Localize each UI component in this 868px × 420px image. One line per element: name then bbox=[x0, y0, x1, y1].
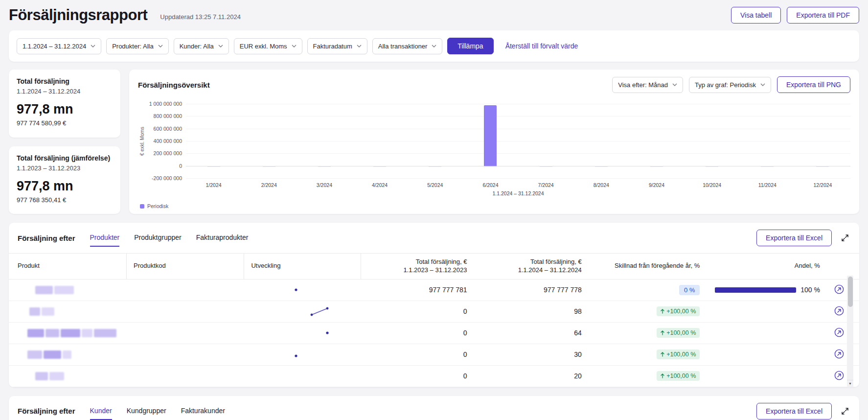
col-andel[interactable]: Andel, % bbox=[707, 254, 827, 280]
tab-produkter[interactable]: Produkter bbox=[90, 233, 120, 247]
customers-filter-dropdown[interactable]: Kunder: Alla bbox=[174, 38, 229, 54]
product-name-redacted bbox=[9, 365, 126, 387]
diff-cell: +100,00 % bbox=[589, 301, 707, 322]
open-row-icon[interactable] bbox=[834, 349, 845, 359]
export-png-button[interactable]: Exportera till PNG bbox=[777, 76, 850, 93]
reset-defaults-link[interactable]: Återställ till förvalt värde bbox=[505, 42, 578, 50]
transactions-dropdown[interactable]: Alla transaktioner bbox=[372, 38, 442, 54]
section-title: Försäljning efter bbox=[18, 234, 75, 242]
table-scrollbar[interactable]: ▼ bbox=[847, 276, 853, 387]
expand-icon[interactable] bbox=[840, 233, 850, 243]
product-code bbox=[126, 301, 244, 322]
bar-slot bbox=[518, 104, 573, 178]
chevron-down-icon bbox=[432, 45, 436, 47]
show-table-button[interactable]: Visa tabell bbox=[731, 7, 781, 23]
tab-produktgrupper[interactable]: Produktgrupper bbox=[134, 233, 182, 247]
products-section-header: Försäljning efter Produkter Produktgrupp… bbox=[9, 230, 859, 246]
scrollbar-thumb[interactable] bbox=[848, 277, 853, 307]
table-row[interactable]: 0 30 +100,00 % bbox=[9, 344, 859, 365]
share-cell bbox=[707, 365, 827, 387]
scrollbar-down-icon[interactable]: ▼ bbox=[847, 380, 853, 387]
product-code bbox=[126, 322, 244, 344]
sales-by-products-panel: Försäljning efter Produkter Produktgrupp… bbox=[9, 223, 859, 387]
tab-kunder[interactable]: Kunder bbox=[90, 407, 112, 420]
products-tabs: Produkter Produktgrupper Fakturaprodukte… bbox=[90, 233, 249, 242]
chevron-down-icon bbox=[672, 83, 677, 86]
table-row[interactable]: 0 98 +100,00 % bbox=[9, 301, 859, 322]
kpi-detail: 977 774 580,99 € bbox=[17, 119, 113, 127]
diff-cell: +100,00 % bbox=[589, 365, 707, 387]
open-row-icon[interactable] bbox=[834, 327, 845, 338]
product-code bbox=[126, 279, 244, 301]
col-total-prev-line2: 1.1.2023 – 31.12.2023 bbox=[368, 266, 467, 275]
chart-x-axis-title: 1.1.2024 – 31.12.2024 bbox=[186, 190, 850, 196]
x-tick-label: 9/2024 bbox=[629, 182, 684, 188]
customers-section-header: Försäljning efter Kunder Kundgrupper Fak… bbox=[9, 403, 859, 420]
export-excel-button[interactable]: Exportera till Excel bbox=[756, 403, 832, 420]
transactions-value: Alla transaktioner bbox=[378, 43, 427, 50]
products-filter-value: Produkter: Alla bbox=[112, 43, 154, 50]
diff-cell: 0 % bbox=[589, 279, 707, 301]
export-pdf-button[interactable]: Exportera till PDF bbox=[787, 7, 859, 23]
x-tick-label: 5/2024 bbox=[408, 182, 463, 188]
col-total-prev[interactable]: Total försäljning, € 1.1.2023 – 31.12.20… bbox=[361, 254, 474, 280]
legend-swatch bbox=[140, 204, 144, 209]
chart-header: Försäljningsöversikt Visa efter: Månad T… bbox=[138, 76, 850, 93]
page-title: Försäljningsrapport bbox=[9, 6, 147, 24]
chart-legend: Periodisk bbox=[140, 203, 850, 209]
products-table-wrap: Produkt Produktkod Utveckling Total förs… bbox=[9, 253, 859, 387]
col-utveckling[interactable]: Utveckling bbox=[244, 254, 361, 280]
x-tick-label: 2/2024 bbox=[241, 182, 297, 188]
sales-by-customers-panel: Försäljning efter Kunder Kundgrupper Fak… bbox=[9, 396, 859, 420]
kpi-period: 1.1.2024 – 31.12.2024 bbox=[17, 88, 113, 95]
table-header-row: Produkt Produktkod Utveckling Total förs… bbox=[9, 254, 859, 280]
chart-body: € exkl. Moms 1 000 000 000800 000 000600… bbox=[138, 104, 850, 178]
date-range-dropdown[interactable]: 1.1.2024 – 31.12.2024 bbox=[17, 38, 101, 54]
apply-button[interactable]: Tillämpa bbox=[447, 38, 493, 54]
total-curr-value: 64 bbox=[474, 322, 589, 344]
total-prev-value: 977 777 781 bbox=[361, 279, 474, 301]
products-filter-dropdown[interactable]: Produkter: Alla bbox=[106, 38, 169, 54]
currency-dropdown[interactable]: EUR exkl. Moms bbox=[234, 38, 302, 54]
chart-bar bbox=[484, 105, 497, 166]
view-by-dropdown[interactable]: Visa efter: Månad bbox=[612, 77, 683, 93]
graph-type-value: Typ av graf: Periodisk bbox=[695, 81, 756, 89]
table-row[interactable]: 0 20 +100,00 % bbox=[9, 365, 859, 387]
col-skillnad[interactable]: Skillnad från föregående år, % bbox=[589, 254, 707, 280]
kpi-total-sales-comparison: Total försäljning (jämförelse) 1.1.2023 … bbox=[9, 146, 120, 214]
chart-controls: Visa efter: Månad Typ av graf: Periodisk… bbox=[612, 76, 850, 93]
open-row-icon[interactable] bbox=[834, 305, 845, 316]
total-prev-value: 0 bbox=[361, 344, 474, 365]
page-header: Försäljningsrapport Uppdaterad 13:25 7.1… bbox=[9, 0, 859, 30]
kpi-value: 977,8 mn bbox=[17, 179, 113, 194]
bar-slot bbox=[795, 104, 850, 178]
products-table: Produkt Produktkod Utveckling Total förs… bbox=[9, 253, 859, 387]
share-value: 100 % bbox=[800, 286, 820, 294]
product-code bbox=[126, 365, 244, 387]
date-type-dropdown[interactable]: Fakturadatum bbox=[307, 38, 367, 54]
bar-slot bbox=[740, 104, 795, 178]
kpi-period: 1.1.2023 – 31.12.2023 bbox=[17, 164, 113, 172]
expand-icon[interactable] bbox=[840, 406, 850, 417]
table-row[interactable]: 0 64 +100,00 % bbox=[9, 322, 859, 344]
sales-report-page: Försäljningsrapport Uppdaterad 13:25 7.1… bbox=[0, 0, 868, 420]
open-row-icon[interactable] bbox=[834, 370, 845, 381]
tab-fakturakunder[interactable]: Fakturakunder bbox=[181, 407, 225, 420]
tab-kundgrupper[interactable]: Kundgrupper bbox=[127, 407, 166, 420]
diff-badge: +100,00 % bbox=[657, 371, 700, 381]
col-total-curr[interactable]: Total försäljning, € 1.1.2024 – 31.12.20… bbox=[474, 254, 589, 280]
bar-slot bbox=[408, 104, 463, 178]
legend-label: Periodisk bbox=[147, 203, 168, 209]
arrow-up-icon bbox=[661, 330, 664, 335]
table-row[interactable]: 977 777 781 977 777 778 0 % 100 % bbox=[9, 279, 859, 301]
col-produkt[interactable]: Produkt bbox=[9, 254, 126, 280]
graph-type-dropdown[interactable]: Typ av graf: Periodisk bbox=[689, 77, 771, 93]
chart-x-labels: 1/20242/20243/20244/20245/20246/20247/20… bbox=[186, 182, 850, 188]
export-excel-button[interactable]: Exportera till Excel bbox=[756, 230, 832, 246]
row-open-cell bbox=[827, 344, 859, 365]
open-row-icon[interactable] bbox=[834, 284, 845, 295]
tab-fakturaprodukter[interactable]: Fakturaprodukter bbox=[196, 233, 249, 247]
col-produktkod[interactable]: Produktkod bbox=[126, 254, 244, 280]
trend-sparkline bbox=[244, 344, 361, 365]
total-prev-value: 0 bbox=[361, 322, 474, 344]
